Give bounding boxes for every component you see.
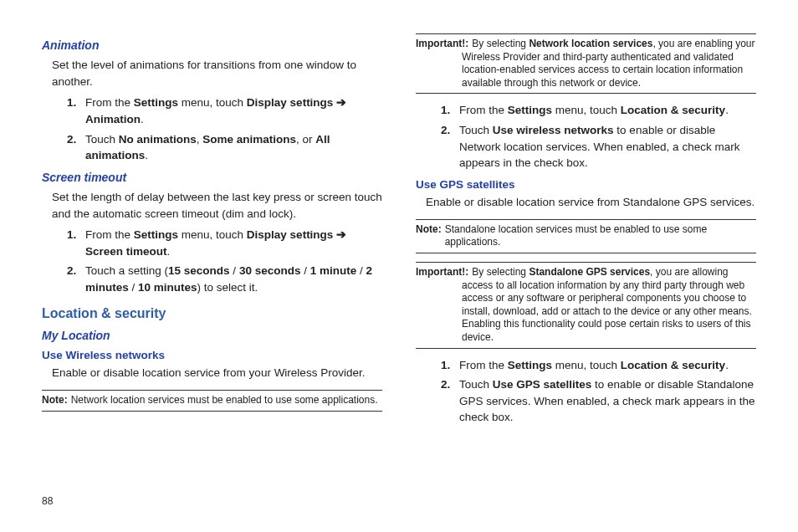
t: 30 seconds <box>239 264 301 277</box>
t: / <box>129 281 138 294</box>
step-number: 2. <box>441 376 459 426</box>
list-item: 1. From the Settings menu, touch Display… <box>67 95 382 127</box>
t: Some animations <box>202 133 296 146</box>
t: From the <box>85 228 134 241</box>
t: By selecting <box>472 38 529 49</box>
t: . <box>145 149 148 161</box>
heading-use-gps: Use GPS satellites <box>416 176 756 193</box>
step-text: From the Settings menu, touch Location &… <box>459 357 756 374</box>
note-text: Standalone location services must be ena… <box>445 223 756 249</box>
step-number: 2. <box>441 122 459 171</box>
manual-page: Animation Set the level of animations fo… <box>0 0 798 532</box>
wireless-steps: 1. From the Settings menu, touch Locatio… <box>416 102 756 171</box>
step-text: From the Settings menu, touch Location &… <box>459 102 756 119</box>
list-item: 2. Touch a setting (15 seconds / 30 seco… <box>67 263 382 295</box>
note-block: Note: Standalone location services must … <box>416 219 756 253</box>
t: / <box>230 264 239 277</box>
note-label: Note: <box>42 394 68 407</box>
page-number: 88 <box>42 489 756 507</box>
important-text: By selecting Network location services, … <box>462 38 756 90</box>
gps-steps: 1. From the Settings menu, touch Locatio… <box>416 357 756 426</box>
t: . <box>141 113 144 125</box>
step-number: 1. <box>441 102 459 119</box>
t: From the <box>459 359 508 371</box>
t: 15 seconds <box>168 264 230 277</box>
step-text: Touch Use GPS satellites to enable or di… <box>459 376 756 426</box>
t: Touch a setting ( <box>85 264 168 277</box>
t: Display settings <box>247 96 334 109</box>
t: Screen timeout <box>85 245 167 258</box>
note-text: Network location services must be enable… <box>71 394 382 407</box>
important-label: Important!: <box>416 266 468 279</box>
t: No animations <box>119 133 197 146</box>
t: Touch <box>459 378 493 391</box>
step-number: 1. <box>67 95 85 127</box>
step-number: 2. <box>67 263 85 295</box>
t: menu, touch <box>178 228 247 241</box>
t: Standalone GPS services <box>529 266 650 278</box>
list-item: 1. From the Settings menu, touch Locatio… <box>441 102 756 119</box>
t: Settings <box>134 228 178 241</box>
arrow-icon: ➔ <box>333 228 346 241</box>
t: Settings <box>508 104 552 116</box>
t: . <box>725 359 729 371</box>
step-number: 2. <box>67 131 85 164</box>
t: menu, touch <box>552 104 621 116</box>
t: / <box>300 264 309 277</box>
step-text: Touch a setting (15 seconds / 30 seconds… <box>85 263 382 295</box>
note-label: Note: <box>416 223 442 237</box>
step-text: From the Settings menu, touch Display se… <box>85 95 382 127</box>
t: Location & security <box>621 359 725 371</box>
step-text: Touch No animations, Some animations, or… <box>85 131 382 164</box>
list-item: 1. From the Settings menu, touch Display… <box>67 227 382 259</box>
animation-steps: 1. From the Settings menu, touch Display… <box>42 95 382 163</box>
animation-desc: Set the level of animations for transiti… <box>52 57 382 90</box>
arrow-icon: ➔ <box>333 96 346 109</box>
heading-animation: Animation <box>42 37 382 54</box>
heading-screen-timeout: Screen timeout <box>42 169 382 186</box>
t: menu, touch <box>178 96 247 109</box>
t: Use GPS satellites <box>493 378 592 391</box>
important-label: Important!: <box>416 38 468 51</box>
t: From the <box>459 104 508 116</box>
t: , or <box>296 133 315 146</box>
t: Network location services <box>529 38 652 49</box>
t: menu, touch <box>552 359 621 371</box>
important-text: By selecting Standalone GPS services, yo… <box>462 266 756 345</box>
t: From the <box>85 96 134 109</box>
t: Use wireless networks <box>493 124 614 136</box>
important-block: Important!: By selecting Network locatio… <box>416 33 756 94</box>
list-item: 2. Touch No animations, Some animations,… <box>67 131 382 164</box>
t: 1 minute <box>310 264 357 277</box>
t: . <box>725 104 729 116</box>
t: Animation <box>85 113 141 125</box>
list-item: 1. From the Settings menu, touch Locatio… <box>441 357 756 374</box>
wireless-desc: Enable or disable location service from … <box>52 365 382 381</box>
heading-my-location: My Location <box>42 327 382 344</box>
t: Settings <box>134 96 178 109</box>
step-text: Touch Use wireless networks to enable or… <box>459 122 756 171</box>
t: Location & security <box>621 104 725 116</box>
list-item: 2. Touch Use GPS satellites to enable or… <box>441 376 756 426</box>
step-number: 1. <box>67 227 85 259</box>
t: 10 minutes <box>138 281 197 294</box>
step-number: 1. <box>441 357 459 374</box>
t: Display settings <box>247 228 334 241</box>
t: By selecting <box>472 266 529 278</box>
t: Settings <box>508 359 552 371</box>
columns: Animation Set the level of animations fo… <box>42 33 756 489</box>
list-item: 2. Touch Use wireless networks to enable… <box>441 122 756 171</box>
important-block: Important!: By selecting Standalone GPS … <box>416 262 756 349</box>
t: / <box>356 264 366 277</box>
left-column: Animation Set the level of animations fo… <box>42 33 382 489</box>
t: Touch <box>85 133 119 146</box>
note-block: Note: Network location services must be … <box>42 390 382 412</box>
heading-use-wireless: Use Wireless networks <box>42 347 382 364</box>
screen-timeout-steps: 1. From the Settings menu, touch Display… <box>42 227 382 295</box>
step-text: From the Settings menu, touch Display se… <box>85 227 382 259</box>
gps-desc: Enable or disable location service from … <box>426 194 756 211</box>
right-column: Important!: By selecting Network locatio… <box>416 33 756 489</box>
t: . <box>167 245 171 258</box>
t: Touch <box>459 124 493 136</box>
t: ) to select it. <box>197 281 258 294</box>
